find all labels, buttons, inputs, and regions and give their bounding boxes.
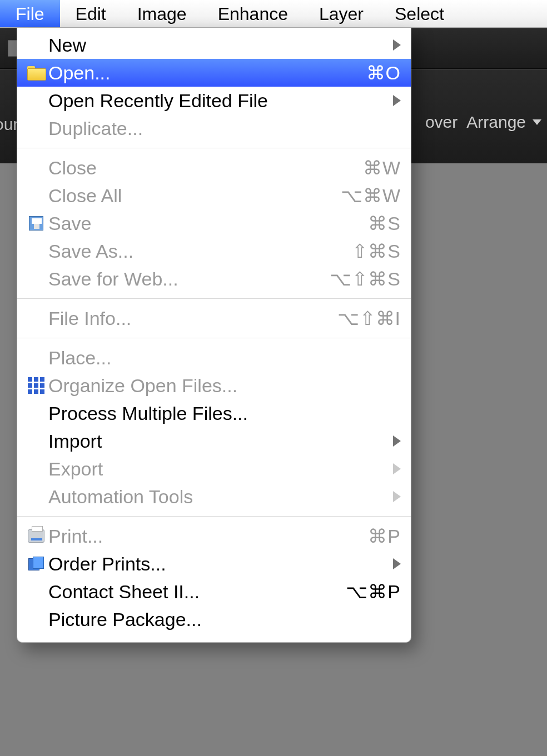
menu-item-label: Automation Tools — [48, 486, 193, 508]
menu-item-picture-pkg[interactable]: Picture Package... — [17, 605, 411, 633]
toolbar-text-fragment: over — [425, 113, 458, 132]
menu-file[interactable]: File — [0, 0, 60, 27]
menu-separator — [17, 516, 411, 517]
menu-separator — [17, 148, 411, 148]
menu-item-label: Save — [48, 213, 92, 234]
menu-item-process-multi[interactable]: Process Multiple Files... — [17, 399, 411, 427]
menu-select[interactable]: Select — [379, 0, 460, 27]
menu-separator — [17, 338, 411, 338]
menu-item-automation: Automation Tools — [17, 483, 411, 510]
menu-item-label: Import — [48, 430, 102, 452]
menu-item-open-recent[interactable]: Open Recently Edited File — [17, 87, 411, 114]
menu-label: File — [16, 4, 44, 24]
menu-item-label: Open Recently Edited File — [48, 90, 268, 112]
submenu-arrow-icon — [393, 39, 401, 51]
menu-item-label: Close — [48, 157, 97, 179]
menu-layer[interactable]: Layer — [304, 0, 379, 27]
menu-item-shortcut: ⇧⌘S — [352, 240, 401, 262]
menu-item-shortcut: ⌘S — [368, 212, 401, 234]
menu-item-label: Open... — [48, 62, 111, 84]
menu-item-label: Place... — [48, 347, 111, 369]
menu-item-open[interactable]: Open...⌘O — [17, 59, 411, 87]
file-dropdown: NewOpen...⌘OOpen Recently Edited FileDup… — [17, 28, 411, 643]
menu-enhance[interactable]: Enhance — [202, 0, 304, 27]
menu-item-label: Print... — [48, 525, 103, 547]
menu-item-close-all: Close All⌥⌘W — [17, 182, 411, 209]
menu-item-save: Save⌘S — [17, 209, 411, 237]
submenu-arrow-icon — [393, 463, 401, 474]
menu-item-file-info: File Info...⌥⇧⌘I — [17, 304, 411, 332]
menu-item-duplicate: Duplicate... — [17, 114, 411, 142]
menu-label: Edit — [76, 4, 106, 24]
menu-label: Enhance — [218, 4, 288, 24]
menu-item-shortcut: ⌥⇧⌘I — [337, 307, 401, 329]
submenu-arrow-icon — [393, 95, 401, 106]
arrange-button[interactable]: Arrange — [466, 113, 541, 132]
folder-icon — [24, 66, 48, 79]
menu-item-import[interactable]: Import — [17, 427, 411, 455]
menu-item-place: Place... — [17, 344, 411, 372]
menu-item-label: Order Prints... — [48, 553, 166, 575]
grid-icon — [24, 377, 48, 394]
menu-label: Select — [395, 4, 444, 24]
submenu-arrow-icon — [393, 435, 401, 447]
menu-item-label: Save for Web... — [48, 268, 178, 290]
menu-item-shortcut: ⌥⇧⌘S — [330, 268, 401, 290]
menu-item-label: Duplicate... — [48, 118, 143, 139]
menu-item-shortcut: ⌘P — [368, 525, 401, 547]
menu-item-label: Process Multiple Files... — [48, 403, 248, 424]
menu-item-label: Contact Sheet II... — [48, 581, 200, 603]
save-icon — [24, 216, 48, 231]
menu-item-save-for-web: Save for Web...⌥⇧⌘S — [17, 265, 411, 293]
order-icon — [24, 557, 48, 571]
menu-item-label: Close All — [48, 185, 122, 207]
arrange-label: Arrange — [466, 113, 526, 132]
menu-item-label: File Info... — [48, 308, 131, 329]
menu-item-order-prints[interactable]: Order Prints... — [17, 550, 411, 578]
menu-item-export: Export — [17, 455, 411, 483]
menu-item-contact-sheet[interactable]: Contact Sheet II...⌥⌘P — [17, 578, 411, 605]
menu-item-shortcut: ⌥⌘W — [341, 184, 401, 207]
menu-item-label: Organize Open Files... — [48, 375, 237, 397]
menu-item-label: Export — [48, 458, 103, 480]
menu-item-save-as: Save As...⇧⌘S — [17, 237, 411, 265]
menu-separator — [17, 298, 411, 299]
menubar: File Edit Image Enhance Layer Select — [0, 0, 547, 28]
menu-label: Image — [137, 4, 187, 24]
menu-item-new[interactable]: New — [17, 31, 411, 59]
submenu-arrow-icon — [393, 491, 401, 502]
menu-item-organize: Organize Open Files... — [17, 372, 411, 399]
menu-item-shortcut: ⌥⌘P — [346, 580, 401, 603]
menu-item-shortcut: ⌘O — [366, 62, 401, 84]
printer-icon — [24, 529, 48, 543]
submenu-arrow-icon — [393, 558, 401, 569]
menu-item-label: New — [48, 34, 86, 56]
menu-item-label: Picture Package... — [48, 609, 202, 630]
menu-item-label: Save As... — [48, 241, 133, 262]
menu-item-print: Print...⌘P — [17, 522, 411, 550]
menu-label: Layer — [319, 4, 364, 24]
menu-image[interactable]: Image — [122, 0, 202, 27]
menu-edit[interactable]: Edit — [60, 0, 122, 27]
menu-item-close: Close⌘W — [17, 154, 411, 182]
caret-down-icon — [533, 119, 541, 125]
menu-item-shortcut: ⌘W — [363, 157, 401, 179]
